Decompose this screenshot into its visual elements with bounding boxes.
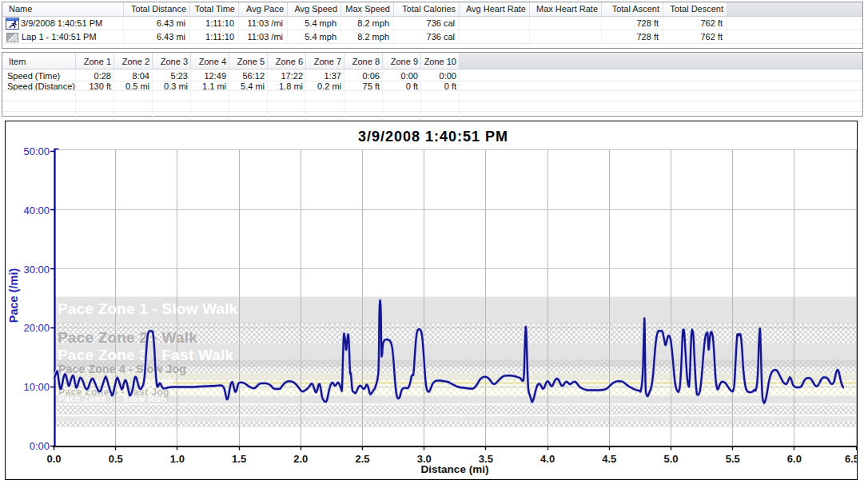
svg-text:50:00: 50:00 [23, 145, 50, 157]
svg-text:0.5: 0.5 [109, 453, 123, 465]
svg-text:Pace Zone 4 - Slow Jog: Pace Zone 4 - Slow Jog [58, 363, 186, 375]
svg-text:6.0: 6.0 [787, 453, 802, 465]
svg-text:1.5: 1.5 [232, 453, 246, 465]
svg-text:Pace Zone 2 - Walk: Pace Zone 2 - Walk [58, 329, 197, 346]
svg-text:2.5: 2.5 [355, 453, 369, 465]
svg-text:Distance (mi): Distance (mi) [421, 463, 489, 475]
svg-text:30:00: 30:00 [23, 264, 50, 276]
svg-text:Pace (/mi): Pace (/mi) [7, 268, 20, 323]
svg-text:5.0: 5.0 [663, 453, 678, 465]
svg-text:6.5: 6.5 [845, 453, 857, 465]
svg-text:4.0: 4.0 [540, 453, 555, 465]
svg-text:5.5: 5.5 [726, 453, 740, 465]
svg-text:20:00: 20:00 [23, 322, 50, 334]
svg-text:4.5: 4.5 [602, 453, 616, 465]
svg-text:Pace Zone 1 - Slow Walk: Pace Zone 1 - Slow Walk [58, 300, 238, 317]
svg-text:40:00: 40:00 [23, 204, 50, 216]
svg-text:2.0: 2.0 [293, 453, 308, 465]
svg-text:3/9/2008 1:40:51 PM: 3/9/2008 1:40:51 PM [358, 129, 508, 145]
svg-text:0.0: 0.0 [46, 453, 61, 465]
svg-text:1.0: 1.0 [170, 453, 185, 465]
svg-text:0:00: 0:00 [30, 440, 50, 452]
svg-text:10:00: 10:00 [23, 381, 50, 393]
